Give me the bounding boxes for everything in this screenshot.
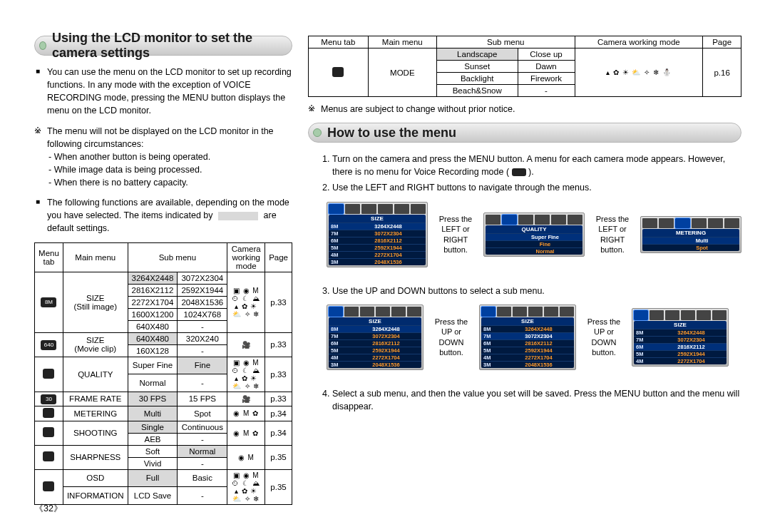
intro-sub-1: - When another button is being operated.: [48, 150, 292, 163]
intro-bullet-2: The following functions are available, d…: [47, 196, 292, 235]
osd-icon: [43, 481, 54, 491]
lcd-size-a: SIZE 8M3264X2448 7M3072X2304 6M2816X2112…: [327, 305, 423, 370]
mode-table: Menu tab Main menu Sub menu Camera worki…: [308, 36, 741, 97]
icon-size-still: 8M: [35, 272, 63, 332]
lcd-row-ud: SIZE 8M3264X2448 7M3072X2304 6M2816X2112…: [327, 305, 741, 370]
shooting-icon: [43, 427, 54, 437]
heading-lcd-settings: Using the LCD monitor to set the camera …: [34, 36, 292, 56]
settings-table: Menu tab Main menu Sub menu Camera worki…: [34, 242, 292, 505]
step-1: Turn on the camera and press the MENU bu…: [332, 153, 741, 178]
heading-text: Using the LCD monitor to set the camera …: [52, 31, 292, 61]
voice-mode-icon: [512, 168, 526, 176]
step-3: Use the UP and DOWN buttons to select a …: [332, 285, 741, 297]
hint-up-down: Press the UP or DOWN button.: [429, 317, 473, 357]
step-4: Select a sub menu, and then the value yo…: [332, 387, 741, 413]
lcd-quality: QUALITY Super Fine Fine Normal: [483, 213, 585, 257]
main-size-still: SIZE(Still image): [63, 272, 128, 332]
lcd-size-c: SIZE 8M3264X2448 7M3072X2304 6M2816X2112…: [632, 308, 729, 367]
mode-tab-icon: [332, 67, 344, 77]
heading-text: How to use the menu: [327, 126, 456, 140]
heading-bullet-icon: [313, 128, 322, 137]
hint-left-right-2: Press the LEFT or RIGHT button.: [590, 214, 635, 255]
th-page: Page: [265, 242, 292, 272]
metering-icon: [43, 408, 54, 418]
lcd-size-b: SIZE 8M3264X2448 7M3072X2304 6M2816X2112…: [479, 305, 576, 370]
lcd-metering: METERING Multi Spot: [640, 216, 741, 253]
intro-sub-2: - While image data is being processed.: [48, 163, 292, 176]
intro-sub-3: - When there is no battery capacity.: [48, 176, 292, 189]
lcd-row-lr: SIZE 8M3264X2448 7M3072X2304 6M2816X2112…: [327, 202, 741, 267]
th-main-menu: Main menu: [63, 242, 128, 272]
left-column: Using the LCD monitor to set the camera …: [34, 36, 292, 505]
th-sub-menu: Sub menu: [128, 242, 227, 272]
th-mode: Camera working mode: [227, 242, 265, 272]
hint-left-right: Press the LEFT or RIGHT button.: [433, 214, 478, 255]
mode-icons-still: ▣ ◉ M ⏲ ☾ ⛰ ▴ ✿ ☀ ⛅ ✧ ❄: [227, 272, 265, 332]
note-change: Menus are subject to change without prio…: [321, 103, 741, 116]
sharpness-icon: [43, 451, 54, 461]
heading-bullet-icon: [39, 41, 46, 50]
heading-how-to-use: How to use the menu: [308, 123, 741, 143]
right-column: Menu tab Main menu Sub menu Camera worki…: [308, 36, 741, 505]
th-menu-tab: Menu tab: [35, 242, 63, 272]
quality-icon: [43, 369, 54, 379]
default-swatch-icon: [218, 212, 258, 220]
step-2: Use the LEFT and RIGHT buttons to naviga…: [332, 181, 741, 194]
intro-note: The menu will not be displayed on the LC…: [47, 125, 292, 190]
page-number: 《32》: [34, 503, 63, 515]
intro-note-text: The menu will not be displayed on the LC…: [47, 126, 274, 149]
intro-bullet-1: You can use the menu on the LCD monitor …: [47, 66, 292, 118]
hint-up-down-2: Press the UP or DOWN button.: [582, 317, 626, 357]
lcd-size: SIZE 8M3264X2448 7M3072X2304 6M2816X2112…: [327, 202, 428, 267]
